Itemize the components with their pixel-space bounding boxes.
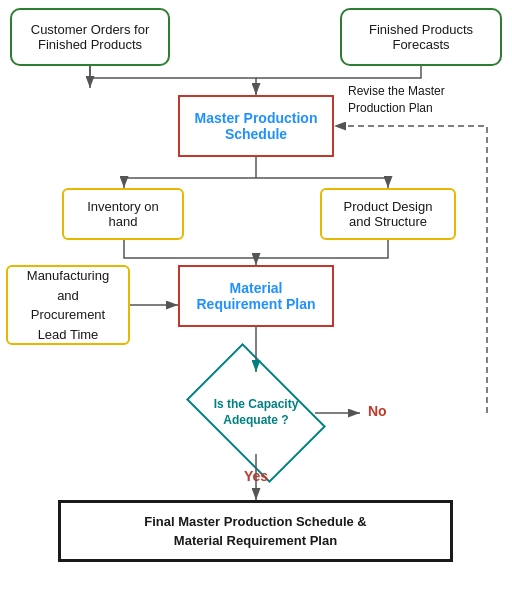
capacity-diamond-container: Is the Capacity Adequate ? [197, 372, 315, 454]
material-req-label: Material Requirement Plan [196, 280, 315, 312]
yes-label: Yes [244, 468, 268, 484]
finished-forecasts-box: Finished Products Forecasts [340, 8, 502, 66]
final-master-box: Final Master Production Schedule & Mater… [58, 500, 453, 562]
capacity-diamond-text: Is the Capacity Adequate ? [206, 397, 306, 428]
no-label: No [368, 403, 387, 419]
master-production-box: Master Production Schedule [178, 95, 334, 157]
manufacturing-box: Manufacturing and Procurement Lead Time [6, 265, 130, 345]
product-design-box: Product Design and Structure [320, 188, 456, 240]
manufacturing-label: Manufacturing and Procurement Lead Time [27, 266, 109, 344]
customer-orders-label: Customer Orders for Finished Products [31, 22, 149, 52]
customer-orders-box: Customer Orders for Finished Products [10, 8, 170, 66]
inventory-box: Inventory on hand [62, 188, 184, 240]
inventory-label: Inventory on hand [87, 199, 159, 229]
material-req-box: Material Requirement Plan [178, 265, 334, 327]
master-production-label: Master Production Schedule [195, 110, 318, 142]
finished-forecasts-label: Finished Products Forecasts [369, 22, 473, 52]
revise-label: Revise the Master Production Plan [348, 83, 498, 117]
flowchart: Customer Orders for Finished Products Fi… [0, 0, 512, 600]
final-master-label: Final Master Production Schedule & Mater… [144, 512, 366, 551]
product-design-label: Product Design and Structure [344, 199, 433, 229]
